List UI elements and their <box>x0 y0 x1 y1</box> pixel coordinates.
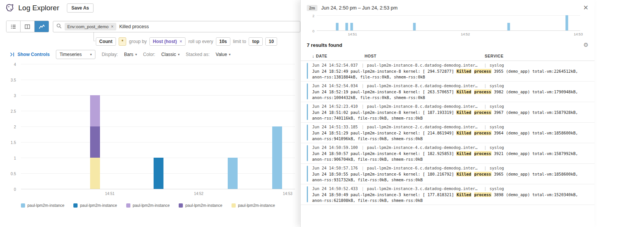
display-label: Display: <box>102 52 118 57</box>
chart-bar[interactable] <box>336 23 339 30</box>
log-row[interactable]: Jun 24 14:52:54.037|paul-lpm2m-instance-… <box>301 61 595 82</box>
stacked-value: Value <box>216 52 227 57</box>
log-timestamp: Jun 24 14:52:23.410 <box>312 104 358 109</box>
datadog-logo-icon[interactable] <box>5 3 14 13</box>
gridline <box>21 189 295 189</box>
log-service: syslog <box>490 104 504 109</box>
process-highlight: process <box>474 110 492 115</box>
chart-bar[interactable] <box>90 95 100 189</box>
measure-field-selector[interactable]: * <box>119 37 127 46</box>
separator: | <box>362 165 364 171</box>
gridline <box>21 64 295 64</box>
log-host: paul-lpm2m-instance-8.c.datadog-demodog.… <box>367 62 481 68</box>
column-header-host[interactable]: HOST <box>365 54 485 58</box>
limit-direction-selector[interactable]: top <box>249 37 263 46</box>
chart-bar-segment <box>413 23 416 30</box>
show-controls-icon <box>10 52 15 57</box>
legend-label: paul-lpm2m-instance <box>133 203 170 208</box>
y-axis-tick-label: 1.5 <box>11 141 16 145</box>
patterns-view-button[interactable] <box>21 21 35 32</box>
separator: | <box>362 124 364 129</box>
log-meta: Jun 24 14:52:54.037|paul-lpm2m-instance-… <box>312 62 592 68</box>
separator: | <box>484 145 486 150</box>
chart-bar[interactable] <box>507 23 510 30</box>
chart-bar[interactable] <box>272 126 282 189</box>
y-axis-tick-label: 0.5 <box>11 172 16 176</box>
column-header-date[interactable]: ↓ DATE <box>312 54 365 58</box>
sort-desc-icon: ↓ <box>312 54 314 58</box>
rollup-selector[interactable]: 10s <box>216 37 230 46</box>
stacked-label: Stacked as: <box>186 52 210 57</box>
separator: | <box>362 186 364 191</box>
display-value: Bars <box>124 52 133 57</box>
show-controls-link[interactable]: Show Controls <box>10 52 50 57</box>
log-meta: Jun 24 14:52:54.034|paul-lpm2m-instance-… <box>312 83 592 88</box>
legend-item[interactable]: paul-lpm2m-instance <box>73 203 117 208</box>
killed-highlight: Killed <box>456 110 471 115</box>
color-select[interactable]: Classic ▾ <box>161 52 179 57</box>
legend-item[interactable]: paul-lpm2m-instance <box>179 203 222 208</box>
list-view-button[interactable] <box>6 21 21 32</box>
process-highlight: process <box>474 192 492 197</box>
log-explorer-main: Log Explorer Save As <box>0 0 300 227</box>
log-message: Jun 24 18:50:55 paul-lpm2m-instance-6 ke… <box>312 171 592 182</box>
killed-highlight: Killed <box>456 192 471 197</box>
close-panel-icon[interactable]: ✕ <box>583 5 588 11</box>
remove-group-by-icon[interactable]: × <box>179 39 182 44</box>
log-table-header: ↓ DATE HOST SERVICE <box>301 51 595 61</box>
log-host: paul-lpm2m-instance-8.c.datadog-demodog.… <box>367 104 481 109</box>
separator: | <box>484 83 486 88</box>
plot-area <box>21 64 295 189</box>
chart-bar[interactable] <box>154 158 163 189</box>
measure-selector[interactable]: Count <box>96 37 116 46</box>
save-as-button[interactable]: Save As <box>67 3 94 13</box>
log-row[interactable]: Jun 24 14:51:33.185|paul-lpm2m-instance-… <box>301 123 595 143</box>
results-count: 7 results found <box>307 42 342 48</box>
filter-tag[interactable]: Env:oom_post_demo × <box>65 23 116 30</box>
gridline <box>21 95 295 96</box>
log-row[interactable]: Jun 24 14:52:54.034|paul-lpm2m-instance-… <box>301 82 595 102</box>
chart-bar[interactable] <box>566 15 568 30</box>
chart-bar[interactable] <box>346 23 348 30</box>
gear-icon[interactable]: ⚙ <box>584 42 588 48</box>
log-row[interactable]: Jun 24 14:52:23.410|paul-lpm2m-instance-… <box>301 102 595 123</box>
log-row[interactable]: Jun 24 14:50:52.433|paul-lpm2m-instance-… <box>301 184 595 205</box>
chevron-down-icon: ▾ <box>178 53 180 56</box>
remove-filter-icon[interactable]: × <box>111 24 114 29</box>
log-side-panel: 2m Jun 24, 2:50 pm – Jun 24, 2:53 pm ✕ 0… <box>300 0 595 227</box>
chart-bar-segment <box>336 23 339 30</box>
separator: | <box>484 104 486 109</box>
query-builder-row: Count * group by Host (host) × roll up e… <box>96 37 300 46</box>
gridline <box>21 80 295 80</box>
duration-badge: 2m <box>307 5 317 11</box>
timeseries-view-button[interactable] <box>35 21 49 32</box>
gridline <box>21 111 295 111</box>
legend-item[interactable]: paul-lpm2m-instance <box>21 203 64 208</box>
list-icon <box>10 24 16 30</box>
group-by-selector[interactable]: Host (host) × <box>149 37 186 46</box>
log-message: Jun 24 18:52:19 paul-lpm2m-instance-8 ke… <box>312 89 592 100</box>
visualization-select[interactable]: Timeseries ▾ <box>56 50 96 59</box>
column-header-service[interactable]: SERVICE <box>485 54 592 58</box>
display-select[interactable]: Bars ▾ <box>124 52 137 57</box>
chart-bar-segment <box>566 15 568 30</box>
stacked-select[interactable]: Value ▾ <box>216 52 230 57</box>
chart-bar[interactable] <box>413 23 416 30</box>
log-message: Jun 24 18:50:49 paul-lpm2m-instance-3 ke… <box>312 192 592 203</box>
legend-item[interactable]: paul-lpm2m-instance <box>232 203 275 208</box>
limit-count-selector[interactable]: 10 <box>265 37 277 46</box>
chart-bar[interactable] <box>228 158 238 189</box>
log-row[interactable]: Jun 24 14:50:57.176|paul-lpm2m-instance-… <box>301 164 595 184</box>
search-icon <box>56 23 62 30</box>
log-message: Jun 24 18:51:02 paul-lpm2m-instance-8 ke… <box>312 110 592 121</box>
log-row[interactable]: Jun 24 14:50:59.100|paul-lpm2m-instance-… <box>301 143 595 164</box>
time-range-label: Jun 24, 2:50 pm – Jun 24, 2:53 pm <box>321 5 398 11</box>
log-service: syslog <box>490 124 504 129</box>
search-query-input[interactable]: Killed process <box>119 24 149 29</box>
chart-bar[interactable] <box>350 23 353 30</box>
panel-histogram: 02 14:5114:5214:53 <box>307 13 587 37</box>
legend-item[interactable]: paul-lpm2m-instance <box>126 203 170 208</box>
gridline <box>317 15 580 16</box>
search-bar[interactable]: Env:oom_post_demo × Killed process <box>53 21 300 32</box>
x-axis-tick-label: 14:52 <box>461 32 470 36</box>
